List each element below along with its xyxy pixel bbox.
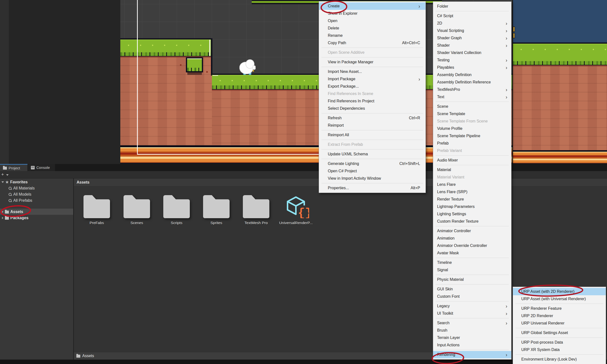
menu-item-label: Physic Material xyxy=(437,277,464,282)
folder-icon-body xyxy=(163,199,190,218)
menu-item-lens-flare-srp[interactable]: Lens Flare (SRP) xyxy=(433,188,511,196)
game-view[interactable] xyxy=(512,0,607,164)
menu-item-generate-lighting[interactable]: Generate LightingCtrl+Shift+L xyxy=(319,160,426,167)
menu-item-lens-flare[interactable]: Lens Flare xyxy=(433,181,511,188)
asset-item-prefabs[interactable]: PreFabs xyxy=(78,195,115,225)
menu-item-environment-library-look-dev[interactable]: Environment Library (Look Dev) xyxy=(513,356,606,363)
menu-item-2d[interactable]: 2D› xyxy=(433,20,511,27)
menu-item-copy-path[interactable]: Copy PathAlt+Ctrl+C xyxy=(319,39,426,47)
tree-item-label: All Materials xyxy=(13,186,35,190)
menu-item-legacy[interactable]: Legacy› xyxy=(433,302,511,310)
menu-item-urp-post-process-data[interactable]: URP Post-process Data xyxy=(513,339,606,346)
sidebar-item-assets[interactable]: Assets xyxy=(0,209,73,215)
menu-item-reimport-all[interactable]: Reimport All xyxy=(319,131,426,139)
menu-item-material[interactable]: Material xyxy=(433,166,511,174)
menu-item-animation[interactable]: Animation xyxy=(433,235,511,242)
sidebar-item-packages[interactable]: Packages xyxy=(0,215,73,221)
sidebar-item-favorites[interactable]: ★Favorites xyxy=(0,179,73,185)
menu-item-timeline[interactable]: Timeline xyxy=(433,259,511,266)
menu-item-avatar-mask[interactable]: Avatar Mask xyxy=(433,249,511,257)
menu-item-shader[interactable]: Shader› xyxy=(433,42,511,49)
add-asset-dropdown-caret-icon[interactable] xyxy=(6,174,9,176)
menu-item-playables[interactable]: Playables› xyxy=(433,64,511,71)
menu-item-scene-template-pipeline[interactable]: Scene Template Pipeline xyxy=(433,132,511,140)
tab-console[interactable]: Console xyxy=(28,164,55,171)
menu-item-animator-override-controller[interactable]: Animator Override Controller xyxy=(433,242,511,249)
menu-item-custom-render-texture[interactable]: Custom Render Texture xyxy=(433,218,511,225)
menu-item-urp-asset-with-2d-renderer[interactable]: URP Asset (with 2D Renderer) xyxy=(513,288,606,295)
menu-item-ui-toolkit[interactable]: UI Toolkit› xyxy=(433,310,511,317)
menu-item-scene-template[interactable]: Scene Template xyxy=(433,110,511,118)
menu-item-assembly-definition-reference[interactable]: Assembly Definition Reference xyxy=(433,79,511,86)
sidebar-item-all-models[interactable]: All Models xyxy=(0,191,73,197)
menu-item-view-in-import-activity-window[interactable]: View in Import Activity Window xyxy=(319,175,426,182)
collapse-triangle-icon[interactable] xyxy=(1,181,4,183)
menu-item-export-package[interactable]: Export Package... xyxy=(319,83,426,90)
menu-item-brush[interactable]: Brush xyxy=(433,327,511,334)
menu-item-input-actions[interactable]: Input Actions xyxy=(433,341,511,349)
menu-item-urp-renderer-feature[interactable]: URP Renderer Feature xyxy=(513,305,606,312)
asset-item-scripts[interactable]: Scripts xyxy=(158,195,195,225)
menu-item-update-uxml-schema[interactable]: Update UXML Schema xyxy=(319,150,426,158)
menu-item-testing[interactable]: Testing› xyxy=(433,56,511,64)
menu-separator xyxy=(436,301,509,301)
menu-item-urp-asset-with-universal-renderer[interactable]: URP Asset (with Universal Renderer) xyxy=(513,295,606,303)
menu-item-audio-mixer[interactable]: Audio Mixer xyxy=(433,157,511,164)
expand-triangle-icon[interactable] xyxy=(2,211,3,213)
expand-triangle-icon[interactable] xyxy=(2,217,3,219)
tab-project[interactable]: Project xyxy=(0,164,28,171)
menu-item-lightmap-parameters[interactable]: Lightmap Parameters xyxy=(433,203,511,210)
rendering-submenu: URP Asset (with 2D Renderer)URP Asset (w… xyxy=(513,287,606,364)
asset-item-sprites[interactable]: Sprites xyxy=(198,195,235,225)
menu-item-urp-global-settings-asset[interactable]: URP Global Settings Asset xyxy=(513,329,606,337)
folder-icon xyxy=(5,217,9,220)
menu-item-assembly-definition[interactable]: Assembly Definition xyxy=(433,71,511,79)
menu-item-volume-profile[interactable]: Volume Profile xyxy=(433,125,511,132)
menu-item-refresh[interactable]: RefreshCtrl+R xyxy=(319,114,426,122)
asset-item-scenes[interactable]: Scenes xyxy=(118,195,155,225)
menu-item-search[interactable]: Search› xyxy=(433,319,511,327)
menu-item-shader-variant-collection[interactable]: Shader Variant Collection xyxy=(433,49,511,56)
menu-item-animator-controller[interactable]: Animator Controller xyxy=(433,227,511,235)
menu-item-shader-graph[interactable]: Shader Graph› xyxy=(433,34,511,42)
menu-item-gui-skin[interactable]: GUI Skin xyxy=(433,285,511,293)
menu-item-render-texture[interactable]: Render Texture xyxy=(433,196,511,203)
menu-item-signal[interactable]: Signal xyxy=(433,266,511,274)
menu-item-rendering[interactable]: Rendering› xyxy=(433,351,511,358)
folder-icon xyxy=(124,195,150,218)
menu-item-urp-xr-system-data[interactable]: URP XR System Data xyxy=(513,346,606,353)
asset-item-textmesh-pro[interactable]: TextMesh Pro xyxy=(238,195,275,225)
menu-item-urp-universal-renderer[interactable]: URP Universal Renderer xyxy=(513,320,606,327)
menu-item-rename[interactable]: Rename xyxy=(319,32,426,39)
menu-item-urp-2d-renderer[interactable]: URP 2D Renderer xyxy=(513,312,606,320)
menu-item-select-dependencies[interactable]: Select Dependencies xyxy=(319,105,426,112)
menu-item-properties[interactable]: Properties...Alt+P xyxy=(319,184,426,192)
menu-item-scene[interactable]: Scene xyxy=(433,103,511,110)
menu-item-text[interactable]: Text› xyxy=(433,93,511,101)
sidebar-item-all-materials[interactable]: All Materials xyxy=(0,185,73,191)
menu-item-c-script[interactable]: C# Script xyxy=(433,12,511,20)
menu-item-physic-material[interactable]: Physic Material xyxy=(433,276,511,283)
menu-item-open[interactable]: Open xyxy=(319,17,426,25)
menu-item-visual-scripting[interactable]: Visual Scripting› xyxy=(433,27,511,34)
menu-item-shortcut: Alt+P xyxy=(411,186,420,190)
menu-item-open-c-project[interactable]: Open C# Project xyxy=(319,167,426,175)
menu-item-import-new-asset[interactable]: Import New Asset... xyxy=(319,68,426,75)
menu-item-terrain-layer[interactable]: Terrain Layer xyxy=(433,334,511,341)
menu-item-reimport[interactable]: Reimport xyxy=(319,122,426,129)
menu-item-delete[interactable]: Delete xyxy=(319,25,426,32)
menu-item-prefab[interactable]: Prefab xyxy=(433,140,511,147)
menu-item-textmeshpro[interactable]: TextMeshPro› xyxy=(433,86,511,93)
menu-item-lighting-settings[interactable]: Lighting Settings xyxy=(433,210,511,218)
add-asset-button[interactable]: + xyxy=(1,172,4,177)
menu-item-custom-font[interactable]: Custom Font xyxy=(433,293,511,300)
menu-item-import-package[interactable]: Import Package› xyxy=(319,75,426,83)
submenu-arrow-icon: › xyxy=(506,21,507,26)
menu-item-folder[interactable]: Folder xyxy=(433,3,511,10)
menu-item-show-in-explorer[interactable]: Show in Explorer xyxy=(319,10,426,17)
menu-item-view-in-package-manager[interactable]: View in Package Manager xyxy=(319,58,426,66)
asset-item-universalrenderp[interactable]: {}UniversalRenderP... xyxy=(277,195,314,225)
menu-item-create[interactable]: Create› xyxy=(319,2,426,10)
sidebar-item-all-prefabs[interactable]: All Prefabs xyxy=(0,197,73,203)
menu-item-find-references-in-project[interactable]: Find References In Project xyxy=(319,97,426,105)
